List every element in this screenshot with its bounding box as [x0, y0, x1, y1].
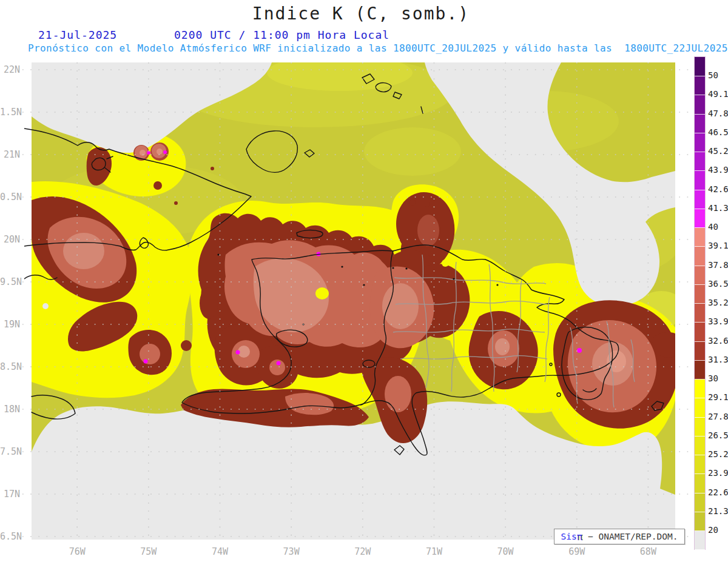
y-tick-22N: 22N — [0, 64, 20, 75]
colorbar-segment-3 — [695, 115, 705, 133]
colorbar-segment-5 — [695, 152, 705, 171]
x-tick-76W: 76W — [69, 546, 86, 557]
sispi-logo: Sis — [561, 532, 577, 541]
y-tick-6.5N: 6.5N — [0, 531, 20, 542]
attribution-text: − ONAMET/REP.DOM. — [582, 532, 678, 541]
colorbar-segment-4 — [695, 133, 705, 152]
x-tick-74W: 74W — [212, 546, 228, 557]
colorbar-segment-8 — [695, 209, 705, 228]
colorbar-label-46.5: 46.5 — [708, 127, 728, 137]
y-tick-18N: 18N — [0, 404, 20, 415]
colorbar-label-49.1: 49.1 — [708, 89, 728, 99]
colorbar-label-41.3: 41.3 — [708, 203, 728, 213]
colorbar-segment-19 — [695, 418, 705, 437]
colorbar-label-20: 20 — [708, 525, 718, 535]
attribution-box: Sisπ − ONAMET/REP.DOM. — [554, 529, 685, 544]
colorbar-segment-1 — [695, 76, 705, 95]
colorbar-label-36.5: 36.5 — [708, 279, 728, 289]
colorbar-label-29.1: 29.1 — [708, 392, 728, 402]
colorbar-segment-14 — [695, 323, 705, 341]
colorbar-segment-11 — [695, 266, 705, 285]
colorbar-segment-21 — [695, 455, 705, 474]
colorbar-segment-10 — [695, 247, 705, 266]
y-tick-1.5N: 1.5N — [0, 107, 20, 118]
x-tick-75W: 75W — [140, 546, 157, 557]
colorbar-label-27.8: 27.8 — [708, 412, 728, 421]
colorbar-segment-23 — [695, 493, 705, 512]
y-tick-21N: 21N — [0, 149, 20, 160]
colorbar-segment-13 — [695, 304, 705, 323]
weather-chart-page: Indice K (C, somb.) 21-Jul-2025 0200 UTC… — [0, 0, 728, 562]
colorbar-segment-24 — [695, 512, 705, 531]
y-tick-7.5N: 7.5N — [0, 446, 20, 457]
y-tick-8.5N: 8.5N — [0, 361, 20, 372]
colorbar-segment-22 — [695, 474, 705, 493]
y-tick-9.5N: 9.5N — [0, 276, 20, 287]
colorbar-segment-2 — [695, 95, 705, 114]
colorbar-segment-12 — [695, 285, 705, 304]
colorbar-label-47.8: 47.8 — [708, 109, 728, 118]
y-tick-0.5N: 0.5N — [0, 192, 20, 202]
y-tick-20N: 20N — [0, 234, 20, 245]
colorbar-segment-18 — [695, 398, 705, 417]
colorbar-label-50: 50 — [708, 70, 718, 80]
colorbar-label-42.6: 42.6 — [708, 184, 728, 194]
colorbar-segment-15 — [695, 342, 705, 361]
x-tick-68W: 68W — [640, 546, 656, 557]
x-tick-71W: 71W — [426, 546, 442, 557]
map-svg — [0, 0, 728, 562]
y-tick-17N: 17N — [0, 489, 20, 500]
colorbar-label-26.5: 26.5 — [708, 430, 728, 440]
colorbar-label-31.3: 31.3 — [708, 355, 728, 364]
colorbar-label-32.6: 32.6 — [708, 336, 728, 346]
colorbar-label-23.9: 23.9 — [708, 468, 728, 478]
x-tick-72W: 72W — [354, 546, 371, 557]
colorbar-label-25.2: 25.2 — [708, 449, 728, 459]
colorbar-label-39.1: 39.1 — [708, 241, 728, 250]
x-tick-73W: 73W — [283, 546, 300, 557]
colorbar — [694, 56, 706, 550]
colorbar-segment-0 — [695, 57, 705, 76]
colorbar-label-30: 30 — [708, 373, 718, 383]
colorbar-label-22.6: 22.6 — [708, 487, 728, 497]
colorbar-label-40: 40 — [708, 222, 718, 232]
x-tick-69W: 69W — [568, 546, 585, 557]
colorbar-label-43.9: 43.9 — [708, 165, 728, 175]
map-fill-layers — [24, 55, 686, 540]
y-tick-19N: 19N — [0, 319, 20, 330]
colorbar-segment-7 — [695, 190, 705, 209]
colorbar-label-37.8: 37.8 — [708, 260, 728, 270]
colorbar-segment-6 — [695, 171, 705, 190]
x-tick-70W: 70W — [497, 546, 514, 557]
colorbar-segment-9 — [695, 228, 705, 247]
colorbar-label-33.9: 33.9 — [708, 316, 728, 326]
pi-icon: π — [577, 531, 583, 543]
colorbar-segment-20 — [695, 437, 705, 455]
colorbar-segment-25 — [695, 531, 705, 550]
colorbar-label-35.2: 35.2 — [708, 298, 728, 307]
colorbar-label-21.3: 21.3 — [708, 506, 728, 516]
colorbar-segment-17 — [695, 380, 705, 398]
colorbar-label-45.2: 45.2 — [708, 146, 728, 156]
colorbar-segment-16 — [695, 361, 705, 380]
